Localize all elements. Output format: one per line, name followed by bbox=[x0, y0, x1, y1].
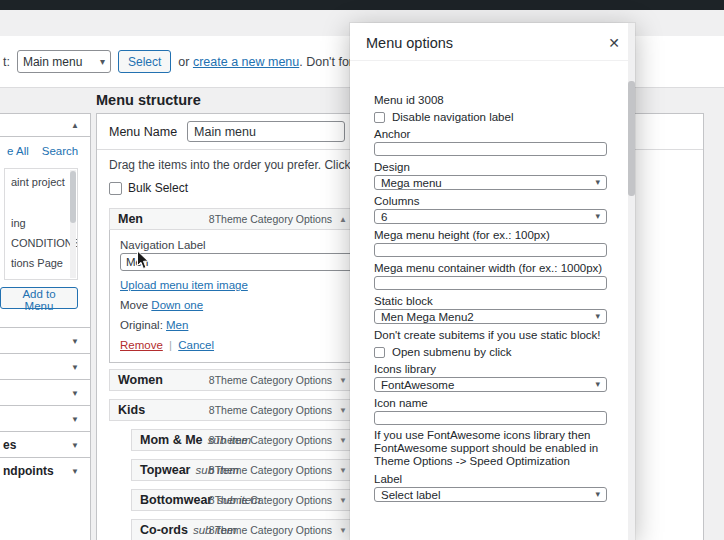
chevron-down-icon: ▾ bbox=[595, 380, 600, 389]
list-scrollbar-thumb[interactable] bbox=[70, 171, 76, 223]
menu-item-kids[interactable]: Kids 8Theme Category Options ▼ bbox=[109, 399, 369, 421]
category-options-link[interactable]: 8Theme Category Options bbox=[209, 524, 332, 536]
menu-select-value: Main menu bbox=[23, 55, 82, 69]
chevron-down-icon[interactable]: ▼ bbox=[71, 441, 79, 450]
static-block-select[interactable]: Men Mega Menu2 ▾ bbox=[374, 309, 607, 324]
close-icon[interactable]: ✕ bbox=[608, 36, 620, 50]
accordion-section[interactable]: ▼ bbox=[0, 379, 90, 405]
tab-search[interactable]: Search bbox=[42, 145, 78, 157]
tab-view-all[interactable]: e All bbox=[7, 145, 29, 157]
anchor-label: Anchor bbox=[374, 128, 607, 140]
accordion-header-open[interactable]: ▲ bbox=[0, 114, 90, 137]
original-item-link[interactable]: Men bbox=[166, 319, 188, 331]
menu-item-men[interactable]: Men 8Theme Category Options ▲ bbox=[109, 208, 369, 230]
bulk-select-checkbox[interactable] bbox=[109, 182, 122, 195]
label-select[interactable]: Select label ▾ bbox=[374, 487, 607, 502]
menu-item-topwear[interactable]: Topwear sub item 8Theme Category Options… bbox=[131, 459, 369, 481]
static-block-note: Don't create subitems if you use static … bbox=[374, 329, 607, 341]
select-menu-button[interactable]: Select bbox=[118, 50, 171, 73]
expand-arrow-icon[interactable]: ▼ bbox=[339, 496, 347, 505]
columns-select[interactable]: 6 ▾ bbox=[374, 209, 607, 224]
anchor-input[interactable] bbox=[374, 142, 607, 156]
move-down-one-link[interactable]: Down one bbox=[151, 299, 203, 311]
add-to-menu-button[interactable]: Add to Menu bbox=[0, 287, 78, 309]
open-submenu-checkbox[interactable] bbox=[374, 347, 385, 358]
pages-checklist: aint project ing CONDITIONS — tions Page… bbox=[4, 168, 78, 280]
mega-menu-width-label: Mega menu container width (for ex.: 1000… bbox=[374, 262, 607, 274]
chevron-down-icon[interactable]: ▼ bbox=[71, 467, 79, 476]
columns-select-value: 6 bbox=[381, 211, 387, 223]
menu-name-input[interactable] bbox=[187, 121, 345, 142]
modal-scrollbar[interactable] bbox=[628, 23, 635, 540]
accordion-section[interactable]: ▼ bbox=[0, 405, 90, 431]
chevron-down-icon[interactable]: ▼ bbox=[71, 363, 79, 372]
menu-item-mom-and-me[interactable]: Mom & Me sub item 8Theme Category Option… bbox=[131, 429, 369, 451]
section-label: ndpoints bbox=[3, 464, 54, 478]
chevron-down-icon: ▾ bbox=[595, 490, 600, 499]
columns-label: Columns bbox=[374, 195, 607, 207]
icons-library-label: Icons library bbox=[374, 363, 607, 375]
move-label: Move bbox=[120, 299, 148, 311]
category-options-link[interactable]: 8Theme Category Options bbox=[209, 374, 332, 386]
label-select-value: Select label bbox=[381, 489, 440, 501]
disable-navigation-label-row: Disable navigation label bbox=[374, 111, 607, 123]
menu-item-bottomwear[interactable]: Bottomwear sub item 8Theme Category Opti… bbox=[131, 489, 369, 511]
menu-item-label: Bottomwear bbox=[140, 493, 212, 507]
expand-arrow-icon[interactable]: ▼ bbox=[339, 466, 347, 475]
menu-item-label: Women bbox=[118, 373, 163, 387]
disable-navigation-label-checkbox[interactable] bbox=[374, 112, 385, 123]
list-item[interactable]: CONDITIONS — bbox=[11, 237, 67, 249]
menu-name-label: Menu Name bbox=[109, 125, 177, 139]
remove-link[interactable]: Remove bbox=[120, 339, 163, 351]
admin-top-bar bbox=[0, 0, 724, 10]
category-options-link[interactable]: 8Theme Category Options bbox=[209, 213, 332, 225]
accordion-section-endpoints[interactable]: ndpoints ▼ bbox=[0, 457, 90, 483]
menu-select[interactable]: Main menu ▾ bbox=[17, 50, 111, 73]
open-submenu-text: Open submenu by click bbox=[392, 346, 512, 358]
list-item[interactable]: HANGE POLICY bbox=[11, 277, 67, 280]
upload-menu-item-image-link[interactable]: Upload menu item image bbox=[120, 279, 248, 291]
design-select[interactable]: Mega menu ▾ bbox=[374, 175, 607, 190]
menu-item-women[interactable]: Women 8Theme Category Options ▼ bbox=[109, 369, 369, 391]
menu-item-label: Men bbox=[118, 212, 143, 226]
cancel-link[interactable]: Cancel bbox=[178, 339, 214, 351]
menu-options-modal: Menu options ✕ Menu id 3008 Disable navi… bbox=[350, 23, 635, 540]
add-to-menu-row: Add to Menu bbox=[0, 280, 90, 327]
menu-id-text: Menu id 3008 bbox=[374, 94, 607, 106]
list-item[interactable]: aint project bbox=[11, 176, 67, 188]
expand-arrow-icon[interactable]: ▼ bbox=[339, 436, 347, 445]
expand-arrow-icon[interactable]: ▼ bbox=[339, 406, 347, 415]
chevron-down-icon: ▾ bbox=[595, 178, 600, 187]
category-options-link[interactable]: 8Theme Category Options bbox=[209, 464, 332, 476]
list-item[interactable]: tions Page bbox=[11, 257, 67, 269]
mega-menu-width-input[interactable] bbox=[374, 276, 607, 290]
chevron-down-icon[interactable]: ▼ bbox=[71, 337, 79, 346]
add-menu-items-panel: ▲ e All Search aint project ing CONDITIO… bbox=[0, 113, 91, 540]
collapse-arrow-icon[interactable]: ▲ bbox=[339, 215, 347, 224]
separator: | bbox=[169, 339, 172, 351]
collapse-arrow-icon[interactable]: ▲ bbox=[71, 121, 79, 130]
accordion-section[interactable]: ▼ bbox=[0, 353, 90, 379]
chevron-down-icon[interactable]: ▼ bbox=[71, 389, 79, 398]
category-options-link[interactable]: 8Theme Category Options bbox=[209, 404, 332, 416]
chevron-down-icon[interactable]: ▼ bbox=[71, 415, 79, 424]
design-label: Design bbox=[374, 161, 607, 173]
list-item[interactable]: ing bbox=[11, 217, 67, 229]
category-options-link[interactable]: 8Theme Category Options bbox=[209, 434, 332, 446]
icon-name-label: Icon name bbox=[374, 397, 607, 409]
modal-header: Menu options ✕ bbox=[350, 23, 635, 61]
category-options-link[interactable]: 8Theme Category Options bbox=[209, 494, 332, 506]
modal-scrollbar-thumb[interactable] bbox=[628, 81, 635, 196]
expand-arrow-icon[interactable]: ▼ bbox=[339, 526, 347, 535]
chevron-down-icon: ▾ bbox=[595, 212, 600, 221]
expand-arrow-icon[interactable]: ▼ bbox=[339, 376, 347, 385]
menu-item-co-ords[interactable]: Co-ords sub item 8Theme Category Options… bbox=[131, 519, 369, 540]
navigation-label-input[interactable] bbox=[120, 253, 358, 271]
icon-name-input[interactable] bbox=[374, 411, 607, 425]
list-scrollbar[interactable] bbox=[70, 170, 76, 278]
create-new-menu-link[interactable]: create a new menu bbox=[193, 55, 299, 69]
accordion-section[interactable]: es ▼ bbox=[0, 431, 90, 457]
mega-menu-height-input[interactable] bbox=[374, 243, 607, 257]
accordion-section[interactable]: ▼ bbox=[0, 327, 90, 353]
icons-library-select[interactable]: FontAwesome ▾ bbox=[374, 377, 607, 392]
